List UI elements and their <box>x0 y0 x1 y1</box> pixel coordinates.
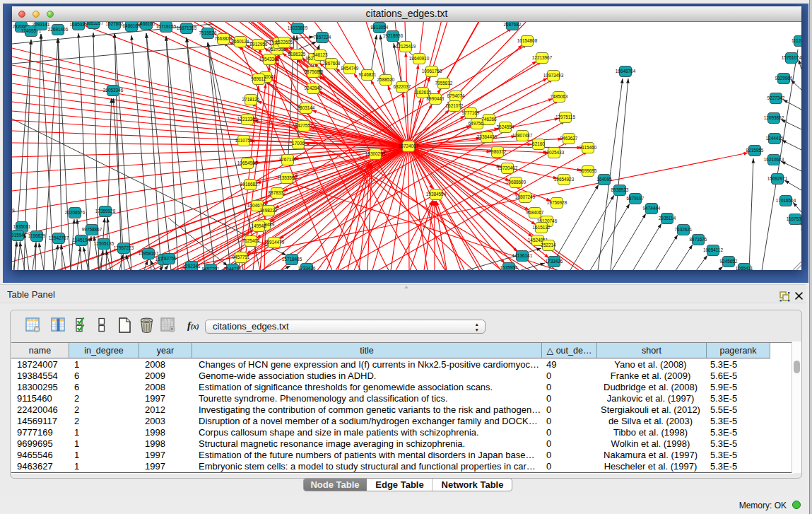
svg-text:8878332: 8878332 <box>269 190 286 195</box>
svg-text:1156829: 1156829 <box>28 233 46 238</box>
svg-text:17957223: 17957223 <box>114 245 134 250</box>
svg-text:15718485: 15718485 <box>282 257 302 262</box>
svg-text:17359928: 17359928 <box>95 209 116 214</box>
svg-text:10025433: 10025433 <box>544 150 565 155</box>
svg-text:2935114: 2935114 <box>659 216 676 221</box>
svg-text:22691406: 22691406 <box>48 27 69 32</box>
svg-text:18640910: 18640910 <box>409 56 430 61</box>
svg-text:19218936: 19218936 <box>383 33 404 38</box>
svg-text:3915941: 3915941 <box>12 233 27 238</box>
svg-text:9463627: 9463627 <box>560 136 578 141</box>
svg-text:18807249: 18807249 <box>515 194 536 199</box>
svg-text:7986372: 7986372 <box>489 149 507 154</box>
svg-text:10154808: 10154808 <box>517 38 538 43</box>
svg-text:164095: 164095 <box>596 177 612 182</box>
svg-text:9457791: 9457791 <box>233 255 250 259</box>
svg-text:18724007: 18724007 <box>399 144 419 148</box>
svg-text:7515526: 7515526 <box>199 30 217 35</box>
svg-text:18300295: 18300295 <box>365 151 386 156</box>
svg-text:10853257: 10853257 <box>83 22 104 25</box>
svg-text:3498222: 3498222 <box>260 208 278 213</box>
svg-text:8990443: 8990443 <box>427 96 445 101</box>
svg-text:15720407: 15720407 <box>498 165 518 170</box>
svg-text:2588520: 2588520 <box>377 77 395 82</box>
svg-text:7955812: 7955812 <box>435 81 453 86</box>
svg-text:9242848: 9242848 <box>305 86 322 90</box>
svg-text:2718126: 2718126 <box>242 97 260 102</box>
svg-text:6879197: 6879197 <box>627 196 645 201</box>
svg-text:20206576: 20206576 <box>65 210 86 215</box>
svg-text:10973493: 10973493 <box>543 73 564 78</box>
svg-text:16671355: 16671355 <box>177 25 197 30</box>
svg-text:16033809: 16033809 <box>288 25 308 30</box>
svg-text:10719155: 10719155 <box>156 24 177 29</box>
svg-text:9699695: 9699695 <box>579 168 597 173</box>
svg-text:62160: 62160 <box>532 141 545 146</box>
svg-text:1733426: 1733426 <box>298 266 316 270</box>
svg-text:1527602: 1527602 <box>106 22 124 26</box>
svg-text:12213967: 12213967 <box>532 55 553 60</box>
svg-text:1292346: 1292346 <box>183 264 201 269</box>
svg-text:1167533: 1167533 <box>787 216 801 221</box>
svg-text:26053346: 26053346 <box>103 88 124 93</box>
svg-text:10958107: 10958107 <box>139 251 159 256</box>
svg-text:19654923: 19654923 <box>554 177 575 182</box>
svg-text:16648784: 16648784 <box>616 69 636 74</box>
svg-text:11353594: 11353594 <box>277 175 297 180</box>
svg-text:782759: 782759 <box>161 256 177 261</box>
svg-text:1112843: 1112843 <box>792 38 801 43</box>
svg-text:8454749: 8454749 <box>341 66 359 71</box>
svg-text:99758867: 99758867 <box>82 227 102 232</box>
svg-text:8813054: 8813054 <box>371 25 389 30</box>
svg-text:9227342: 9227342 <box>767 95 785 100</box>
svg-text:2867608: 2867608 <box>323 61 341 66</box>
svg-text:6322037: 6322037 <box>394 84 411 89</box>
svg-text:252214: 252214 <box>541 243 556 247</box>
svg-text:10688609: 10688609 <box>506 180 526 185</box>
svg-text:12093852: 12093852 <box>764 115 784 120</box>
svg-text:8938923: 8938923 <box>611 187 629 192</box>
svg-text:1010755: 1010755 <box>235 138 253 143</box>
svg-text:17016504: 17016504 <box>776 198 796 203</box>
svg-text:7663822: 7663822 <box>215 36 233 41</box>
svg-text:12942787: 12942787 <box>49 235 69 240</box>
svg-text:12975115: 12975115 <box>555 115 575 119</box>
svg-text:9457791: 9457791 <box>202 267 220 270</box>
svg-text:2093141: 2093141 <box>33 22 50 27</box>
svg-text:8912956: 8912956 <box>250 42 268 47</box>
svg-text:989612: 989612 <box>251 76 266 81</box>
svg-text:8215955: 8215955 <box>746 148 764 153</box>
svg-text:1244415: 1244415 <box>766 136 784 141</box>
svg-text:10654983: 10654983 <box>237 160 258 165</box>
svg-text:9684067: 9684067 <box>526 210 544 215</box>
svg-text:9115460: 9115460 <box>579 145 597 150</box>
svg-text:19384554: 19384554 <box>426 192 447 197</box>
svg-text:3267130: 3267130 <box>279 157 297 162</box>
svg-text:1005139: 1005139 <box>12 208 15 213</box>
svg-text:2944716: 2944716 <box>224 267 242 270</box>
svg-text:10543362: 10543362 <box>259 57 280 62</box>
svg-text:10654112: 10654112 <box>703 247 723 252</box>
svg-text:1835061: 1835061 <box>13 224 31 229</box>
svg-text:149948: 149948 <box>251 223 266 228</box>
svg-text:8427552: 8427552 <box>295 123 313 128</box>
svg-text:1535954: 1535954 <box>500 265 518 270</box>
svg-text:9245652: 9245652 <box>720 259 738 264</box>
svg-text:2687682: 2687682 <box>504 22 522 27</box>
svg-text:6466160: 6466160 <box>138 22 155 26</box>
svg-text:12125419: 12125419 <box>396 44 416 49</box>
svg-text:2803144: 2803144 <box>298 105 315 110</box>
svg-text:7632621: 7632621 <box>675 227 693 232</box>
svg-text:15751074: 15751074 <box>782 55 801 60</box>
svg-text:15692971: 15692971 <box>767 176 788 181</box>
svg-text:9660124: 9660124 <box>232 39 249 44</box>
svg-text:9777169: 9777169 <box>462 110 480 115</box>
svg-text:5875685: 5875685 <box>305 69 322 74</box>
svg-text:8186325: 8186325 <box>288 52 306 57</box>
svg-text:9329966: 9329966 <box>775 76 793 81</box>
svg-text:7857224: 7857224 <box>314 35 331 40</box>
svg-text:1621072: 1621072 <box>446 103 464 108</box>
svg-text:1733426: 1733426 <box>546 259 563 264</box>
svg-text:19756928: 19756928 <box>547 200 567 205</box>
svg-text:3624554: 3624554 <box>497 124 514 129</box>
